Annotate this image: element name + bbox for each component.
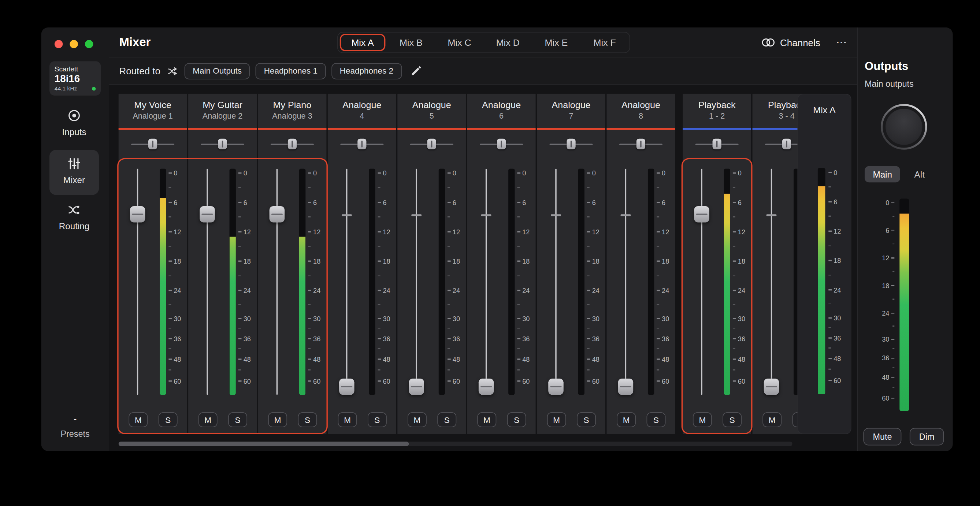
- pan-handle[interactable]: [713, 139, 721, 150]
- pan-handle[interactable]: [636, 139, 645, 150]
- channel-header[interactable]: Analogue 5: [397, 94, 466, 128]
- pan-slider[interactable]: [606, 130, 675, 159]
- pan-handle[interactable]: [358, 139, 366, 150]
- channel-color-bar: [188, 128, 257, 130]
- fader-handle[interactable]: [409, 379, 424, 395]
- solo-button[interactable]: S: [647, 412, 666, 427]
- pan-slider[interactable]: [258, 130, 326, 159]
- db-scale-mark: 12: [587, 228, 600, 235]
- channel-header[interactable]: My Guitar Analogue 2: [188, 94, 257, 128]
- channel-level-meter: [369, 169, 375, 395]
- routing-target-headphones-1[interactable]: Headphones 1: [256, 63, 326, 79]
- fader-handle[interactable]: [339, 379, 355, 395]
- channel-header[interactable]: Playback 1 - 2: [682, 94, 751, 128]
- fader-track[interactable]: [771, 169, 772, 395]
- horizontal-scrollbar[interactable]: [119, 442, 792, 446]
- device-brand: Scarlett: [54, 65, 96, 72]
- fader-track[interactable]: [485, 169, 487, 395]
- db-scale-mark: 6: [517, 199, 526, 206]
- presets-section[interactable]: - Presets: [41, 414, 109, 439]
- routing-target-main-outputs[interactable]: Main Outputs: [185, 63, 250, 79]
- sidebar-item-routing[interactable]: Routing: [49, 203, 99, 231]
- db-scale-minor-tick: [657, 216, 659, 218]
- fader-handle[interactable]: [548, 379, 563, 395]
- mute-button[interactable]: M: [338, 412, 357, 427]
- tab-mix-d[interactable]: Mix D: [485, 34, 531, 51]
- mute-button[interactable]: M: [407, 412, 426, 427]
- minimize-window-button[interactable]: [70, 40, 78, 48]
- db-scale-mark: 0: [587, 169, 596, 177]
- pan-handle[interactable]: [497, 139, 506, 150]
- pan-handle[interactable]: [427, 139, 436, 150]
- channel-header[interactable]: Analogue 6: [467, 94, 536, 128]
- channels-button[interactable]: Channels: [760, 35, 820, 50]
- db-scale-mark: 24: [657, 287, 669, 294]
- mute-button[interactable]: M: [762, 412, 781, 427]
- pan-slider[interactable]: [397, 130, 466, 159]
- sidebar-item-mixer[interactable]: Mixer: [49, 150, 99, 195]
- fader-zone: 0612182430364860: [467, 159, 536, 404]
- fader-handle[interactable]: [618, 379, 633, 395]
- fader-handle[interactable]: [479, 379, 494, 395]
- pan-slider[interactable]: [188, 130, 257, 159]
- pan-slider[interactable]: [119, 130, 187, 159]
- master-mix-label: Mix A: [798, 105, 851, 115]
- tab-mix-c[interactable]: Mix C: [436, 34, 482, 51]
- routing-target-headphones-2[interactable]: Headphones 2: [331, 63, 401, 79]
- pan-slider[interactable]: [537, 130, 605, 159]
- device-info[interactable]: Scarlett 18i16 44.1 kHz: [49, 61, 101, 95]
- channel-subtitle: Analogue 1: [119, 112, 187, 121]
- more-options-button[interactable]: •••: [837, 39, 848, 45]
- edit-routing-button[interactable]: [410, 65, 421, 76]
- channel-header[interactable]: Analogue 4: [328, 94, 396, 128]
- tab-mix-b[interactable]: Mix B: [388, 34, 434, 51]
- channel-header[interactable]: My Voice Analogue 1: [119, 94, 187, 128]
- pan-handle[interactable]: [218, 139, 227, 150]
- mute-button[interactable]: M: [477, 412, 496, 427]
- solo-button[interactable]: S: [437, 412, 456, 427]
- db-scale-minor-tick: [587, 304, 589, 305]
- pan-handle[interactable]: [288, 139, 297, 150]
- channel-header[interactable]: Analogue 8: [606, 94, 675, 128]
- tab-mix-a[interactable]: Mix A: [340, 34, 386, 51]
- solo-button[interactable]: S: [507, 412, 526, 427]
- solo-button[interactable]: S: [577, 412, 596, 427]
- tab-mix-f[interactable]: Mix F: [582, 34, 628, 51]
- db-scale-mark: 36: [870, 355, 895, 362]
- mute-button[interactable]: M: [617, 412, 636, 427]
- fader-track[interactable]: [346, 169, 347, 395]
- fader-unity-mark: [411, 214, 422, 216]
- sidebar-item-inputs[interactable]: Inputs: [49, 109, 99, 137]
- channel-color-bar: [467, 128, 536, 130]
- channel-level-meter: [439, 169, 445, 395]
- pan-handle[interactable]: [566, 139, 575, 150]
- pan-slider[interactable]: [328, 130, 396, 159]
- scrollbar-thumb[interactable]: [119, 442, 409, 446]
- channel-header[interactable]: Analogue 7: [537, 94, 605, 128]
- fader-track[interactable]: [555, 169, 556, 395]
- fader-handle[interactable]: [764, 379, 779, 395]
- output-mode-alt[interactable]: Alt: [906, 166, 933, 182]
- db-scale-minor-tick: [378, 275, 380, 277]
- solo-button[interactable]: S: [368, 412, 387, 427]
- zoom-window-button[interactable]: [85, 40, 93, 48]
- db-scale-mark: 0: [657, 169, 665, 177]
- pan-slider[interactable]: [682, 130, 751, 159]
- close-window-button[interactable]: [54, 40, 63, 48]
- fader-track[interactable]: [416, 169, 417, 395]
- pan-handle[interactable]: [782, 139, 791, 150]
- fader-zone: 0612182430364860: [328, 159, 396, 404]
- dim-output-button[interactable]: Dim: [910, 428, 944, 446]
- tab-mix-e[interactable]: Mix E: [534, 34, 579, 51]
- pan-handle[interactable]: [148, 139, 157, 150]
- output-volume-knob[interactable]: [879, 102, 929, 151]
- fader-track[interactable]: [625, 169, 626, 395]
- mute-button[interactable]: M: [547, 412, 566, 427]
- channel-header[interactable]: My Piano Analogue 3: [258, 94, 326, 128]
- pan-slider[interactable]: [467, 130, 536, 159]
- mute-output-button[interactable]: Mute: [863, 428, 901, 446]
- sidebar: Scarlett 18i16 44.1 kHz Inputs: [41, 27, 109, 451]
- fader-unity-mark: [481, 214, 492, 216]
- db-scale-minor-tick: [892, 367, 894, 368]
- output-mode-main[interactable]: Main: [865, 166, 900, 182]
